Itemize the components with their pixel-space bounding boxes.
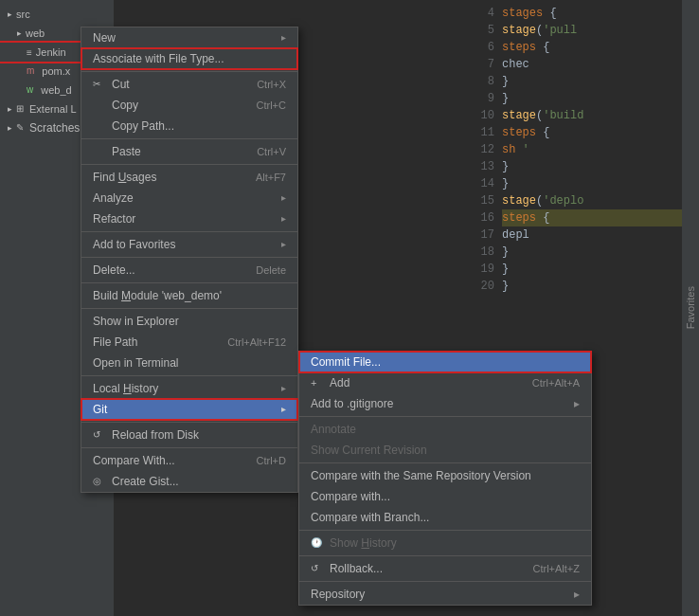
menu-item-label: Analyze <box>93 188 134 208</box>
menu-item-add-favorites[interactable]: Add to Favorites ▸ <box>81 234 297 255</box>
code-line-7: chec <box>502 56 699 73</box>
submenu-item-label: Compare with Branch... <box>311 507 429 528</box>
favorites-bar: Favorites <box>682 0 699 616</box>
submenu-item-annotate: Annotate <box>299 419 591 440</box>
submenu-arrow: ▸ <box>281 234 286 255</box>
code-line-16: steps { <box>502 209 699 226</box>
menu-separator <box>81 308 297 309</box>
menu-item-compare-with[interactable]: Compare With... Ctrl+D <box>81 450 297 471</box>
menu-item-build-module[interactable]: Build Module 'web_demo' <box>81 285 297 306</box>
submenu-arrow: ▸ <box>574 393 580 414</box>
menu-item-copy[interactable]: Copy Ctrl+C <box>81 95 297 116</box>
scratch-icon: ✎ <box>16 118 24 137</box>
menu-item-label: Find Usages <box>93 167 156 188</box>
menu-item-git[interactable]: Git ▸ <box>81 399 297 420</box>
code-line-8: } <box>502 73 699 90</box>
submenu-item-repository[interactable]: Repository ▸ <box>299 584 591 605</box>
submenu-item-label: Show History <box>330 533 397 553</box>
code-line-11: steps { <box>502 124 699 141</box>
menu-item-associate[interactable]: Associate with File Type... <box>81 48 297 69</box>
menu-item-show-explorer[interactable]: Show in Explorer <box>81 311 297 332</box>
shortcut-label: Delete <box>256 260 286 281</box>
menu-item-copy-path[interactable]: Copy Path... <box>81 116 297 136</box>
menu-separator <box>81 422 297 423</box>
sidebar-item-label: web_d <box>41 81 71 100</box>
submenu-item-compare[interactable]: Compare with... <box>299 486 591 507</box>
menu-separator <box>81 164 297 165</box>
menu-item-analyze[interactable]: Analyze ▸ <box>81 188 297 208</box>
submenu-arrow: ▸ <box>281 27 286 48</box>
menu-item-cut[interactable]: ✂ Cut Ctrl+X <box>81 74 297 95</box>
menu-item-file-path[interactable]: File Path Ctrl+Alt+F12 <box>81 332 297 353</box>
menu-item-label: Refactor <box>93 208 135 229</box>
submenu-separator <box>299 581 591 582</box>
menu-item-label: Build Module 'web_demo' <box>93 285 222 306</box>
shortcut-label: Alt+F7 <box>256 167 286 188</box>
menu-separator <box>81 447 297 448</box>
submenu-separator <box>299 555 591 556</box>
code-line-19: } <box>502 261 699 278</box>
submenu-item-gitignore[interactable]: Add to .gitignore ▸ <box>299 393 591 414</box>
shortcut-label: Ctrl+Alt+F12 <box>227 332 286 353</box>
submenu-item-show-history: 🕐 Show History <box>299 533 591 553</box>
menu-item-label: New <box>93 27 116 48</box>
sidebar-item-label: Scratches <box>29 118 80 137</box>
menu-item-refactor[interactable]: Refactor ▸ <box>81 208 297 229</box>
submenu-arrow: ▸ <box>281 208 286 229</box>
menu-item-reload[interactable]: ↺ Reload from Disk <box>81 425 297 445</box>
menu-item-delete[interactable]: Delete... Delete <box>81 260 297 281</box>
submenu-item-label: Add to .gitignore <box>311 393 393 414</box>
sidebar-item-label: web <box>26 24 45 43</box>
submenu-item-label: Commit File... <box>311 352 381 372</box>
menu-item-create-gist[interactable]: ◎ Create Gist... <box>81 471 297 492</box>
code-line-15: stage('deplo <box>502 192 699 209</box>
submenu-item-label: Show Current Revision <box>311 440 427 461</box>
shortcut-label: Ctrl+D <box>257 450 286 471</box>
code-line-5: stage('pull <box>502 22 699 39</box>
code-line-20: } <box>502 278 699 295</box>
menu-item-label: Copy Path... <box>112 116 174 136</box>
sidebar-item-src[interactable]: ▸ src <box>0 5 114 24</box>
submenu-item-rollback[interactable]: ↺ Rollback... Ctrl+Alt+Z <box>299 558 591 579</box>
sidebar-item-label: Jenkin <box>36 46 66 58</box>
menu-item-local-history[interactable]: Local History ▸ <box>81 378 297 399</box>
code-line-6: steps { <box>502 39 699 56</box>
submenu-item-label: Add <box>330 372 350 393</box>
menu-item-paste[interactable]: Paste Ctrl+V <box>81 141 297 162</box>
code-line-9: } <box>502 90 699 107</box>
menu-item-label: Paste <box>112 141 141 162</box>
menu-item-label: Show in Explorer <box>93 311 179 332</box>
cut-icon: ✂ <box>93 74 108 95</box>
menu-item-label: Cut <box>112 74 130 95</box>
menu-item-label: Git <box>93 399 107 420</box>
code-line-12: sh ' <box>502 141 699 158</box>
add-icon: + <box>311 372 326 393</box>
submenu-item-compare-repo[interactable]: Compare with the Same Repository Version <box>299 465 591 486</box>
arrow-icon: ▸ <box>8 118 12 137</box>
shortcut-label: Ctrl+X <box>257 74 286 95</box>
submenu-item-commit-file[interactable]: Commit File... <box>299 352 591 372</box>
sidebar-item-label: src <box>16 5 30 24</box>
sidebar-item-label: pom.x <box>42 62 70 81</box>
menu-separator <box>81 231 297 232</box>
shortcut-label: Ctrl+C <box>257 95 286 116</box>
code-line-17: depl <box>502 226 699 244</box>
menu-item-find-usages[interactable]: Find Usages Alt+F7 <box>81 167 297 188</box>
submenu-arrow: ▸ <box>281 399 286 420</box>
menu-item-label: Reload from Disk <box>112 425 199 445</box>
reload-icon: ↺ <box>93 425 108 445</box>
submenu-separator <box>299 462 591 463</box>
context-menu: New ▸ Associate with File Type... ✂ Cut … <box>81 27 298 493</box>
menu-item-open-terminal[interactable]: Open in Terminal <box>81 353 297 373</box>
file-icon: ≡ <box>27 47 32 58</box>
submenu-item-compare-branch[interactable]: Compare with Branch... <box>299 507 591 528</box>
favorites-label: Favorites <box>685 286 696 329</box>
rollback-icon: ↺ <box>311 558 326 579</box>
shortcut-label: Ctrl+Alt+Z <box>532 558 580 579</box>
gist-icon: ◎ <box>93 471 108 492</box>
menu-separator <box>81 257 297 258</box>
history-icon: 🕐 <box>311 533 326 553</box>
menu-separator <box>81 282 297 283</box>
menu-item-new[interactable]: New ▸ <box>81 27 297 48</box>
submenu-item-add[interactable]: + Add Ctrl+Alt+A <box>299 372 591 393</box>
